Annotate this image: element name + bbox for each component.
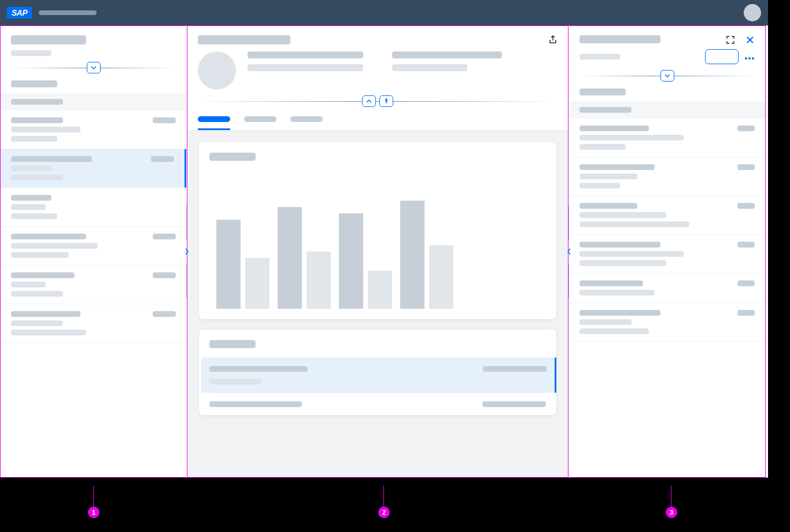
- collapse-header-button[interactable]: [87, 62, 101, 73]
- bar-group: [400, 201, 453, 309]
- end-column: [569, 25, 766, 478]
- chart-bar: [278, 207, 302, 309]
- app-frame: SAP: [0, 0, 768, 478]
- end-group-header: [569, 101, 765, 119]
- list-item[interactable]: [1, 110, 186, 149]
- object-avatar: [198, 51, 236, 90]
- shellbar: SAP: [0, 0, 768, 25]
- chart-bar: [400, 201, 424, 309]
- mid-column: [187, 25, 568, 478]
- list-item[interactable]: [1, 304, 186, 343]
- sap-logo[interactable]: SAP: [7, 7, 32, 19]
- overflow-button[interactable]: [744, 51, 755, 63]
- list-item[interactable]: [1, 227, 186, 265]
- begin-column: [0, 25, 186, 478]
- user-avatar[interactable]: [744, 4, 761, 21]
- chart-bar: [216, 220, 241, 309]
- expand-left-grip[interactable]: [564, 243, 574, 260]
- list-item[interactable]: [569, 303, 765, 342]
- close-icon: [746, 36, 754, 44]
- chevron-up-icon: [366, 98, 372, 104]
- chevron-right-icon: [184, 248, 189, 255]
- tab-3[interactable]: [290, 116, 323, 122]
- chart-bar: [368, 271, 392, 309]
- list-item[interactable]: [1, 265, 186, 304]
- share-button[interactable]: [547, 34, 559, 46]
- chevron-down-icon: [91, 65, 97, 71]
- list-item[interactable]: [569, 119, 765, 157]
- app-title-placeholder: [39, 10, 97, 15]
- collapse-header-button[interactable]: [362, 95, 376, 107]
- list-item[interactable]: [569, 196, 765, 235]
- end-list: [569, 119, 765, 477]
- pin-header-button[interactable]: [379, 95, 393, 107]
- list-group-header: [1, 93, 186, 110]
- list-item[interactable]: [569, 235, 765, 274]
- bar-group: [278, 207, 331, 309]
- list-item[interactable]: [569, 157, 765, 196]
- svg-point-1: [745, 57, 747, 60]
- annotation-marker-1: 1: [88, 507, 99, 518]
- expand-right-grip[interactable]: [182, 243, 192, 260]
- tab-2[interactable]: [244, 116, 276, 122]
- pin-icon: [383, 98, 389, 104]
- chevron-left-icon: [567, 248, 571, 255]
- annotation-marker-2: 2: [378, 507, 390, 518]
- list-item[interactable]: [1, 188, 186, 227]
- bar-group: [339, 213, 392, 309]
- share-icon: [548, 35, 558, 45]
- flexible-column-layout: [0, 25, 768, 478]
- chart-bar: [339, 213, 363, 309]
- object-page-content: [187, 131, 568, 477]
- end-header: [569, 26, 765, 83]
- chart-bar: [245, 258, 270, 309]
- list-header: [1, 26, 186, 75]
- annotation-footer: 1 2 3: [0, 480, 768, 532]
- object-page-header: [187, 26, 568, 108]
- svg-point-2: [748, 57, 751, 60]
- list-item[interactable]: [569, 274, 765, 303]
- chevron-down-icon: [665, 73, 670, 79]
- segmented-button[interactable]: [705, 49, 739, 64]
- list-item-selected[interactable]: [1, 149, 186, 188]
- chart-bar: [307, 252, 331, 309]
- end-toolbar-area: [569, 83, 765, 101]
- detail-list-card: [199, 330, 556, 415]
- chart-card: [199, 142, 556, 319]
- fullscreen-button[interactable]: [725, 34, 736, 46]
- bar-group: [216, 220, 270, 309]
- collapse-header-button[interactable]: [660, 70, 674, 82]
- svg-point-3: [752, 57, 754, 60]
- detail-list-item[interactable]: [209, 393, 546, 415]
- more-icon: [744, 57, 755, 60]
- anchor-tabbar: [187, 108, 568, 131]
- fullscreen-icon: [726, 35, 735, 45]
- list-toolbar: [1, 75, 186, 93]
- annotation-marker-3: 3: [666, 507, 677, 518]
- close-button[interactable]: [744, 34, 756, 46]
- bar-chart: [209, 170, 546, 309]
- chart-bar: [429, 245, 453, 309]
- detail-list-item-selected[interactable]: [201, 357, 556, 393]
- tab-1[interactable]: [198, 116, 230, 122]
- master-list: [1, 110, 186, 477]
